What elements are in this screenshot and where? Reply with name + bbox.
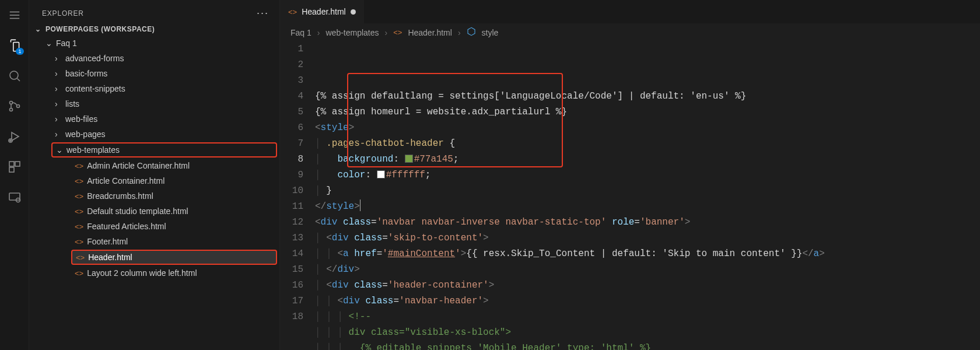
chevron-right-icon: › xyxy=(55,114,62,124)
tree-file[interactable]: <>Layout 2 column wide left.html xyxy=(29,265,279,281)
symbol-icon xyxy=(467,27,476,38)
more-icon[interactable]: ··· xyxy=(257,7,269,19)
tree-folder[interactable]: ›web-files xyxy=(29,111,279,127)
chevron-right-icon: › xyxy=(55,99,62,108)
file-label: Featured Articles.html xyxy=(87,222,166,231)
chevron-down-icon: ⌄ xyxy=(56,145,63,155)
file-label: Admin Article Container.html xyxy=(87,161,190,170)
workspace-label: POWERPAGES (WORKSPACE) xyxy=(46,25,155,33)
text-cursor xyxy=(360,200,360,211)
tab-bar: <> Header.html xyxy=(280,0,980,23)
chevron-right-icon: › xyxy=(55,130,62,139)
chevron-right-icon: › xyxy=(385,28,388,37)
editor[interactable]: 123456789101112131415161718 {% assign de… xyxy=(280,41,980,350)
breadcrumbs[interactable]: Faq 1 › web-templates › <> Header.html ›… xyxy=(280,23,980,41)
tree-folder[interactable]: ›content-snippets xyxy=(29,81,279,96)
svg-rect-12 xyxy=(9,167,14,172)
folder-label: web-templates xyxy=(66,145,120,155)
explorer-icon[interactable]: 1 xyxy=(6,37,23,54)
tree-folder[interactable]: ›basic-forms xyxy=(29,66,279,81)
tree-file[interactable]: <>Featured Articles.html xyxy=(29,219,279,234)
breadcrumb-item[interactable]: Faq 1 xyxy=(290,28,312,37)
tab-header-html[interactable]: <> Header.html xyxy=(280,0,364,23)
chevron-right-icon: › xyxy=(55,54,62,63)
tree-file[interactable]: <>Breadcrumbs.html xyxy=(29,188,279,204)
editor-area: <> Header.html Faq 1 › web-templates › <… xyxy=(280,0,980,350)
remote-icon[interactable] xyxy=(6,189,23,205)
folder-label: Faq 1 xyxy=(56,38,77,48)
breadcrumb-item[interactable]: Header.html xyxy=(408,28,452,37)
svg-rect-13 xyxy=(9,193,20,200)
svg-point-5 xyxy=(9,102,12,104)
chevron-down-icon: ⌄ xyxy=(46,38,52,48)
html-file-icon: <> xyxy=(288,8,297,16)
html-file-icon: <> xyxy=(75,162,83,170)
chevron-right-icon: › xyxy=(458,28,461,37)
explorer-title: EXPLORER xyxy=(42,9,84,18)
tree-folder-web-templates[interactable]: ⌄ web-templates xyxy=(51,142,277,158)
file-label: Layout 2 column wide left.html xyxy=(87,268,197,278)
extensions-icon[interactable] xyxy=(6,159,23,175)
explorer-panel: EXPLORER ··· ⌄ POWERPAGES (WORKSPACE) ⌄ … xyxy=(29,0,280,350)
tree-file[interactable]: <>Header.html xyxy=(71,250,277,265)
svg-marker-8 xyxy=(12,132,19,141)
workspace-section[interactable]: ⌄ POWERPAGES (WORKSPACE) xyxy=(29,23,279,36)
html-file-icon: <> xyxy=(75,222,83,231)
file-tree: ⌄ Faq 1 ›advanced-forms›basic-forms›cont… xyxy=(29,36,279,281)
folder-label: web-files xyxy=(65,114,97,124)
dirty-indicator-icon xyxy=(351,9,356,15)
color-swatch-icon xyxy=(405,155,413,163)
breadcrumb-item[interactable]: style xyxy=(482,28,499,37)
svg-point-7 xyxy=(16,105,19,108)
folder-label: content-snippets xyxy=(65,84,125,93)
html-file-icon: <> xyxy=(76,253,85,262)
folder-label: basic-forms xyxy=(65,69,107,78)
chevron-right-icon: › xyxy=(317,28,320,37)
chevron-right-icon: › xyxy=(55,69,62,78)
html-file-icon: <> xyxy=(75,177,83,186)
svg-point-3 xyxy=(10,71,18,79)
html-file-icon: <> xyxy=(75,237,83,246)
file-label: Default studio template.html xyxy=(87,206,188,216)
tree-file[interactable]: <>Default studio template.html xyxy=(29,204,279,219)
file-label: Header.html xyxy=(88,253,132,262)
tree-file[interactable]: <>Article Container.html xyxy=(29,173,279,188)
chevron-down-icon: ⌄ xyxy=(35,25,42,33)
menu-icon[interactable] xyxy=(6,7,23,23)
html-file-icon: <> xyxy=(75,269,83,278)
run-debug-icon[interactable] xyxy=(6,128,23,145)
html-file-icon: <> xyxy=(75,192,83,201)
folder-label: web-pages xyxy=(65,130,106,139)
file-label: Breadcrumbs.html xyxy=(87,191,153,201)
svg-rect-10 xyxy=(9,162,14,166)
html-file-icon: <> xyxy=(75,207,83,216)
tree-folder[interactable]: ›advanced-forms xyxy=(29,51,279,66)
tree-folder[interactable]: ›web-pages xyxy=(29,127,279,142)
html-file-icon: <> xyxy=(393,28,402,37)
tree-folder-root[interactable]: ⌄ Faq 1 xyxy=(29,36,279,51)
folder-label: lists xyxy=(65,99,79,108)
color-swatch-icon xyxy=(377,170,385,178)
tree-folder[interactable]: ›lists xyxy=(29,96,279,111)
file-label: Footer.html xyxy=(87,237,128,246)
tab-label: Header.html xyxy=(302,7,345,16)
svg-line-4 xyxy=(17,79,20,82)
folder-label: advanced-forms xyxy=(65,54,124,63)
line-gutter: 123456789101112131415161718 xyxy=(280,41,315,350)
svg-point-6 xyxy=(9,108,12,111)
code-content[interactable]: {% assign defaultlang = settings['Langua… xyxy=(315,41,980,350)
svg-rect-11 xyxy=(15,162,20,166)
tree-file[interactable]: <>Admin Article Container.html xyxy=(29,158,279,173)
files-badge: 1 xyxy=(16,48,23,55)
file-label: Article Container.html xyxy=(87,176,164,186)
breadcrumb-item[interactable]: web-templates xyxy=(326,28,379,37)
source-control-icon[interactable] xyxy=(6,98,23,114)
search-icon[interactable] xyxy=(6,68,23,84)
chevron-right-icon: › xyxy=(55,84,62,93)
activity-bar: 1 xyxy=(0,0,29,350)
tree-file[interactable]: <>Footer.html xyxy=(29,234,279,249)
